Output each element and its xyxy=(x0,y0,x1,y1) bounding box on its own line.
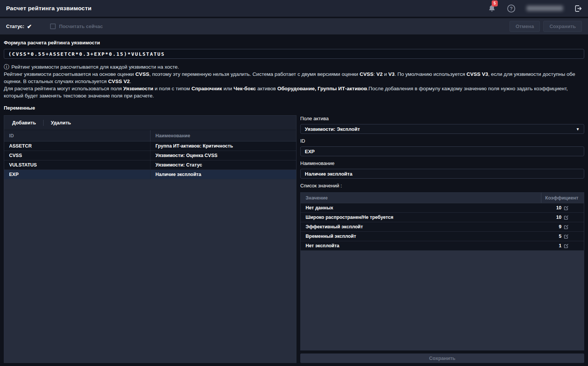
variables-table-empty-area xyxy=(4,179,296,363)
value-row: Временный эксплойт5 xyxy=(301,232,584,241)
variables-heading: Переменные xyxy=(4,105,584,111)
variable-name: Уязвимости: Статус xyxy=(150,160,296,170)
variable-name: Наличие эксплойта xyxy=(150,170,296,179)
value-text: Эффективный эксплойт xyxy=(301,224,541,229)
info-line: ⓘРейтинг уязвимости рассчитывается для к… xyxy=(4,63,584,71)
help-icon[interactable]: ? xyxy=(507,5,515,13)
values-table-header: Значение Коэффициент xyxy=(301,193,584,203)
variables-table-header: ID Наименование xyxy=(4,130,296,141)
info-line: Рейтинг уязвимости рассчитывается на осн… xyxy=(4,71,584,85)
coefficient-cell: 10 xyxy=(541,215,584,220)
column-header-id: ID xyxy=(4,130,150,141)
variable-id: VULSTATUS xyxy=(4,162,150,168)
value-row: Эффективный эксплойт9 xyxy=(301,222,584,232)
status-label: Статус: xyxy=(6,24,24,29)
id-field[interactable]: EXP xyxy=(300,146,584,156)
chevron-down-icon: ▼ xyxy=(576,127,580,131)
delete-variable-button[interactable]: Удалить xyxy=(51,120,71,126)
coefficient-cell: 9 xyxy=(541,224,584,229)
page-title: Расчет рейтинга уязвимости xyxy=(6,5,91,12)
notifications-bell-icon[interactable]: 5 xyxy=(488,4,496,13)
add-variable-button[interactable]: Добавить xyxy=(12,120,36,126)
coefficient-cell: 5 xyxy=(541,234,584,239)
edit-coefficient-icon[interactable] xyxy=(564,215,569,220)
main-content: Формула расчета рейтинга уязвимости (CVS… xyxy=(0,35,588,366)
coefficient-cell: 1 xyxy=(541,243,584,248)
column-header-name: Наименование xyxy=(150,130,296,141)
cancel-button[interactable]: Отмена xyxy=(510,21,540,32)
edit-coefficient-icon[interactable] xyxy=(564,206,569,210)
detail-save-button[interactable]: Сохранить xyxy=(300,353,584,363)
value-text: Широко распространен/Не требуется xyxy=(301,215,541,220)
notification-badge: 5 xyxy=(492,0,498,6)
name-label: Наименование xyxy=(300,160,584,166)
coefficient-value: 9 xyxy=(559,224,561,229)
app-header: Расчет рейтинга уязвимости 5 ? xyxy=(0,0,588,17)
variable-id: EXP xyxy=(4,172,150,177)
status-check-icon: ✔ xyxy=(27,23,32,30)
variable-name: Уязвимости: Оценка CVSS xyxy=(150,151,296,160)
info-text: ⓘРейтинг уязвимости рассчитывается для к… xyxy=(4,63,584,99)
save-button[interactable]: Сохранить xyxy=(543,21,582,32)
calculate-now-checkbox[interactable] xyxy=(50,24,56,29)
coefficient-value: 1 xyxy=(559,243,561,248)
variables-table-body: ASSETCRГруппа ИТ-активов: КритичностьCVS… xyxy=(4,141,296,179)
values-table-body: Нет данных10 Широко распространен/Не тре… xyxy=(301,203,584,251)
username-redacted[interactable] xyxy=(527,6,563,11)
column-header-value: Значение xyxy=(301,193,541,203)
coefficient-value: 10 xyxy=(556,215,561,220)
column-header-coefficient: Коэффициент xyxy=(541,193,584,203)
variable-name: Группа ИТ-активов: Критичность xyxy=(150,141,296,151)
calculate-now-label: Посчитать сейчас xyxy=(59,24,103,29)
toolbar-divider xyxy=(43,120,44,126)
value-row: Нет эксплойта1 xyxy=(301,241,584,251)
value-text: Нет данных xyxy=(301,205,541,210)
name-field[interactable]: Наличие эксплойта xyxy=(300,169,584,179)
variables-panel: Добавить Удалить ID Наименование ASSETCR… xyxy=(4,115,296,363)
values-table: Значение Коэффициент Нет данных10 Широко… xyxy=(300,192,584,350)
edit-coefficient-icon[interactable] xyxy=(564,243,569,248)
coefficient-cell: 10 xyxy=(541,205,584,210)
coefficient-value: 10 xyxy=(556,205,561,210)
detail-panel: Поле актива Уязвимости: Эксплойт ▼ ID EX… xyxy=(300,115,584,363)
info-line: Для расчета рейтинга могут использоватьс… xyxy=(4,85,584,99)
asset-field-select[interactable]: Уязвимости: Эксплойт ▼ xyxy=(300,124,584,134)
status-bar: Статус: ✔ Посчитать сейчас Отмена Сохран… xyxy=(0,18,588,35)
value-text: Нет эксплойта xyxy=(301,243,541,248)
variable-row[interactable]: EXPНаличие эксплойта xyxy=(4,170,296,179)
edit-coefficient-icon[interactable] xyxy=(564,234,569,239)
edit-coefficient-icon[interactable] xyxy=(564,225,569,229)
values-list-label: Список значений : xyxy=(300,183,584,188)
value-row: Широко распространен/Не требуется10 xyxy=(301,213,584,222)
info-icon: ⓘ xyxy=(4,64,9,70)
variable-id: ASSETCR xyxy=(4,143,150,149)
value-row: Нет данных10 xyxy=(301,203,584,213)
variable-row[interactable]: VULSTATUSУязвимости: Статус xyxy=(4,160,296,170)
coefficient-value: 5 xyxy=(559,234,561,239)
variable-row[interactable]: ASSETCRГруппа ИТ-активов: Критичность xyxy=(4,141,296,151)
logout-icon[interactable] xyxy=(574,5,582,12)
variable-id: CVSS xyxy=(4,153,150,158)
variable-row[interactable]: CVSSУязвимости: Оценка CVSS xyxy=(4,151,296,160)
value-text: Временный эксплойт xyxy=(301,234,541,239)
formula-input[interactable]: (CVSS*0.55+ASSETCR*0.3+EXP*0.15)*VULSTAT… xyxy=(4,49,584,59)
asset-field-label: Поле актива xyxy=(300,116,584,121)
id-label: ID xyxy=(300,138,584,144)
formula-label: Формула расчета рейтинга уязвимости xyxy=(4,40,584,46)
variables-toolbar: Добавить Удалить xyxy=(4,116,296,130)
values-table-empty-area xyxy=(301,251,584,350)
